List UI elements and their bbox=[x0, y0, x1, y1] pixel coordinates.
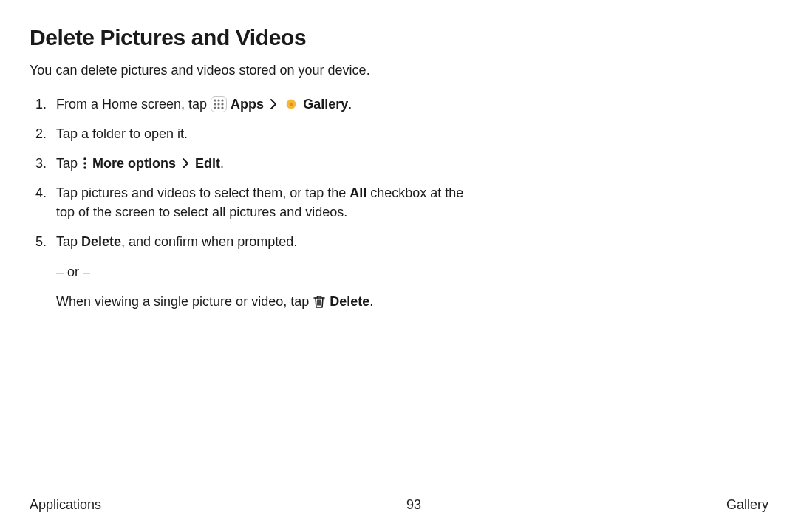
step-5-alt-pre: When viewing a single picture or video, … bbox=[56, 294, 313, 309]
svg-point-3 bbox=[214, 103, 216, 105]
footer-left: Applications bbox=[30, 497, 101, 513]
delete-label: Delete bbox=[81, 234, 121, 249]
step-5-or: – or – bbox=[56, 262, 464, 282]
svg-point-4 bbox=[217, 103, 219, 105]
svg-point-17 bbox=[83, 166, 86, 169]
chevron-right-icon bbox=[270, 99, 277, 109]
instruction-list: From a Home screen, tap Apps bbox=[30, 92, 464, 319]
svg-point-16 bbox=[83, 162, 86, 165]
step-3-text-pre: Tap bbox=[56, 156, 81, 171]
more-options-label: More options bbox=[92, 156, 176, 171]
svg-point-1 bbox=[217, 99, 219, 101]
svg-point-8 bbox=[221, 106, 223, 109]
step-3-period: . bbox=[220, 156, 224, 171]
step-5-text-pre: Tap bbox=[56, 234, 81, 249]
svg-point-7 bbox=[217, 106, 219, 109]
svg-point-6 bbox=[214, 106, 216, 109]
intro-paragraph: You can delete pictures and videos store… bbox=[30, 61, 414, 81]
more-options-icon bbox=[81, 156, 89, 171]
step-5-alt-post: . bbox=[369, 294, 373, 309]
page-footer: Applications 93 Gallery bbox=[0, 497, 798, 513]
svg-point-5 bbox=[221, 103, 223, 105]
gallery-label: Gallery bbox=[303, 97, 348, 112]
svg-point-15 bbox=[83, 157, 86, 160]
page-title: Delete Pictures and Videos bbox=[30, 25, 768, 50]
gallery-icon bbox=[283, 96, 299, 112]
step-5-text-post: , and confirm when prompted. bbox=[121, 234, 297, 249]
document-page: Delete Pictures and Videos You can delet… bbox=[0, 0, 798, 532]
apps-icon bbox=[211, 96, 227, 112]
step-1-text-pre: From a Home screen, tap bbox=[56, 97, 211, 112]
step-1-period: . bbox=[348, 97, 352, 112]
step-1: From a Home screen, tap Apps bbox=[50, 92, 464, 116]
step-2: Tap a folder to open it. bbox=[50, 122, 464, 146]
svg-point-14 bbox=[290, 103, 293, 106]
step-3: Tap More options Edit. bbox=[50, 151, 464, 175]
chevron-right-icon bbox=[182, 158, 189, 168]
step-4: Tap pictures and videos to select them, … bbox=[50, 181, 464, 224]
all-label: All bbox=[349, 185, 366, 200]
delete-label-2: Delete bbox=[330, 294, 369, 309]
footer-right: Gallery bbox=[726, 497, 768, 513]
svg-point-0 bbox=[214, 99, 216, 101]
edit-label: Edit bbox=[195, 156, 220, 171]
trash-icon bbox=[313, 294, 326, 309]
step-5: Tap Delete, and confirm when prompted. –… bbox=[50, 230, 464, 313]
svg-point-2 bbox=[221, 99, 223, 101]
step-4-text-pre: Tap pictures and videos to select them, … bbox=[56, 185, 349, 200]
footer-page-number: 93 bbox=[406, 497, 421, 513]
step-5-alt: When viewing a single picture or video, … bbox=[56, 292, 464, 311]
apps-label: Apps bbox=[231, 97, 264, 112]
